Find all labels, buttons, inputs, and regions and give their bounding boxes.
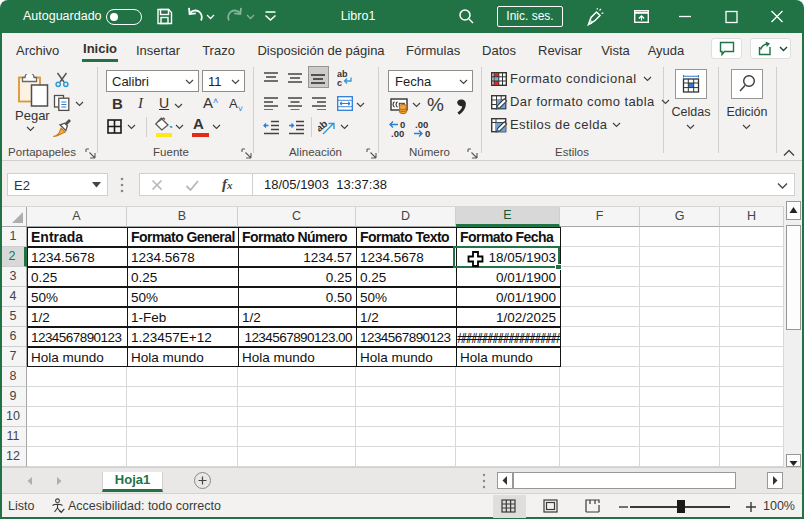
svg-text:0: 0 [425, 129, 430, 138]
svg-text:ab: ab [318, 118, 329, 134]
svg-text:c: c [337, 78, 342, 88]
